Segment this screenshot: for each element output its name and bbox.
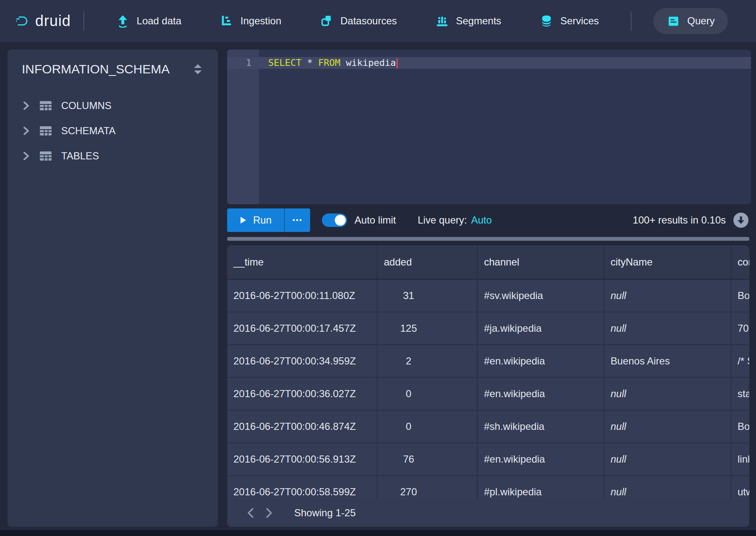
run-more-button[interactable]: ••• xyxy=(285,208,310,232)
column-header-channel[interactable]: channel xyxy=(478,245,604,279)
cell-added[interactable]: 31 xyxy=(378,280,478,312)
cell-cityname[interactable]: Buenos Aires xyxy=(604,345,731,377)
cell-comment[interactable]: stat xyxy=(731,378,749,410)
column-header-time[interactable]: __time xyxy=(227,245,378,279)
column-header-cityname[interactable]: cityName xyxy=(604,245,731,279)
tree-item-tables[interactable]: TABLES xyxy=(8,143,218,169)
cell-cityname[interactable]: null xyxy=(604,378,731,410)
sql-text: wikipedia xyxy=(340,57,396,68)
ingestion-icon xyxy=(220,14,233,28)
live-query-value[interactable]: Auto xyxy=(471,214,492,226)
toggle-knob xyxy=(335,215,346,226)
double-caret-vertical-icon[interactable] xyxy=(193,63,203,75)
table-icon xyxy=(39,151,52,161)
cell-time[interactable]: 2016-06-27T00:00:56.913Z xyxy=(227,443,378,475)
run-split-button: Run ••• xyxy=(227,208,310,232)
nav-divider xyxy=(83,11,84,31)
cell-time[interactable]: 2016-06-27T00:00:36.027Z xyxy=(227,378,378,410)
cell-channel[interactable]: #ja.wikipedia xyxy=(478,312,604,344)
table-row: 2016-06-27T00:00:34.959Z 2 #en.wikipedia… xyxy=(227,345,749,378)
previous-page-button[interactable] xyxy=(241,504,260,522)
cell-cityname[interactable]: null xyxy=(604,411,731,442)
table-icon xyxy=(39,126,52,136)
cell-time[interactable]: 2016-06-27T00:00:11.080Z xyxy=(227,280,378,312)
download-arrow-icon xyxy=(737,216,745,224)
cell-cityname[interactable]: null xyxy=(604,476,731,499)
services-icon xyxy=(540,14,553,28)
table-row: 2016-06-27T00:00:46.874Z 0 #sh.wikipedia… xyxy=(227,411,749,443)
cell-added[interactable]: 270 xyxy=(378,476,478,499)
cell-cityname[interactable]: null xyxy=(604,312,731,344)
live-query-control: Live query: Auto xyxy=(418,214,492,226)
table-row: 2016-06-27T00:00:17.457Z 125 #ja.wikiped… xyxy=(227,312,749,345)
nav-item-datasources[interactable]: Datasources xyxy=(300,0,416,42)
cell-time[interactable]: 2016-06-27T00:00:17.457Z xyxy=(227,312,378,344)
run-button-label: Run xyxy=(253,214,272,226)
editor-gutter xyxy=(227,49,259,204)
nav-divider xyxy=(631,11,632,31)
cell-comment[interactable]: link xyxy=(731,443,749,475)
segments-icon xyxy=(435,14,449,28)
tree-item-label: TABLES xyxy=(61,150,99,162)
nav-item-label: Datasources xyxy=(340,15,397,27)
cell-channel[interactable]: #pl.wikipedia xyxy=(478,476,604,499)
cell-channel[interactable]: #en.wikipedia xyxy=(478,345,604,377)
nav-item-label: Query xyxy=(687,15,715,27)
cell-channel[interactable]: #en.wikipedia xyxy=(478,378,604,410)
cell-added[interactable]: 0 xyxy=(378,411,478,442)
nav-item-services[interactable]: Services xyxy=(520,0,618,42)
nav-item-label: Load data xyxy=(137,15,181,27)
run-button[interactable]: Run xyxy=(227,208,284,232)
cell-comment[interactable]: Bot xyxy=(731,411,749,442)
cell-cityname[interactable]: null xyxy=(604,280,731,312)
cell-added[interactable]: 2 xyxy=(378,345,478,377)
druid-brand[interactable]: druid xyxy=(16,12,71,30)
cell-added[interactable]: 76 xyxy=(378,443,478,475)
table-row: 2016-06-27T00:00:11.080Z 31 #sv.wikipedi… xyxy=(227,280,749,312)
cell-channel[interactable]: #en.wikipedia xyxy=(478,443,604,475)
chevron-right-icon xyxy=(23,101,29,110)
cell-comment[interactable]: 70: xyxy=(731,312,749,344)
cell-cityname[interactable]: null xyxy=(604,443,731,475)
download-results-button[interactable] xyxy=(733,213,748,228)
next-page-button[interactable] xyxy=(260,504,278,522)
tree-item-schemata[interactable]: SCHEMATA xyxy=(8,118,218,143)
nav-item-ingestion[interactable]: Ingestion xyxy=(201,0,300,42)
results-stat: 100+ results in 0.10s xyxy=(633,214,726,226)
horizontal-scrollbar[interactable] xyxy=(227,237,749,241)
sql-editor[interactable]: 1 SELECT * FROM wikipedia xyxy=(227,49,751,204)
nav-item-load-data[interactable]: Load data xyxy=(97,0,201,42)
nav-item-segments[interactable]: Segments xyxy=(416,0,520,42)
live-query-label: Live query: xyxy=(418,214,467,226)
auto-limit-label: Auto limit xyxy=(355,214,396,226)
line-number: 1 xyxy=(227,57,251,69)
chevron-right-icon xyxy=(23,126,29,135)
query-run-bar: Run ••• Auto limit Live query: Auto 100+… xyxy=(227,204,749,236)
druid-console: druid Load data Ingestion Dataso xyxy=(0,0,756,536)
cell-comment[interactable]: utw xyxy=(731,476,749,499)
datasources-icon xyxy=(320,14,333,28)
sql-code-line[interactable]: SELECT * FROM wikipedia xyxy=(268,57,398,69)
column-header-added[interactable]: added xyxy=(378,245,478,279)
results-header-row: __time added channel cityName comment xyxy=(227,245,749,280)
chevron-right-icon xyxy=(23,151,29,161)
nav-item-query-active[interactable]: Query xyxy=(653,8,728,34)
auto-limit-toggle[interactable] xyxy=(322,213,347,227)
cell-channel[interactable]: #sh.wikipedia xyxy=(478,411,604,442)
load-data-icon xyxy=(116,14,129,28)
cell-time[interactable]: 2016-06-27T00:00:46.874Z xyxy=(227,411,378,442)
cell-channel[interactable]: #sv.wikipedia xyxy=(478,280,604,312)
cell-added[interactable]: 125 xyxy=(378,312,478,344)
column-header-comment[interactable]: comment xyxy=(731,245,749,279)
table-row: 2016-06-27T00:00:58.599Z 270 #pl.wikiped… xyxy=(227,476,749,499)
cell-comment[interactable]: /* S xyxy=(731,345,749,377)
table-row: 2016-06-27T00:00:56.913Z 76 #en.wikipedi… xyxy=(227,443,749,476)
results-panel: __time added channel cityName comment 20… xyxy=(227,245,749,527)
cell-added[interactable]: 0 xyxy=(378,378,478,410)
tree-item-columns[interactable]: COLUMNS xyxy=(8,93,218,118)
cell-time[interactable]: 2016-06-27T00:00:58.599Z xyxy=(227,476,378,499)
results-footer: Showing 1-25 xyxy=(227,499,749,527)
cell-time[interactable]: 2016-06-27T00:00:34.959Z xyxy=(227,345,378,377)
sql-keyword: SELECT xyxy=(268,57,301,68)
cell-comment[interactable]: Bot xyxy=(731,280,749,312)
